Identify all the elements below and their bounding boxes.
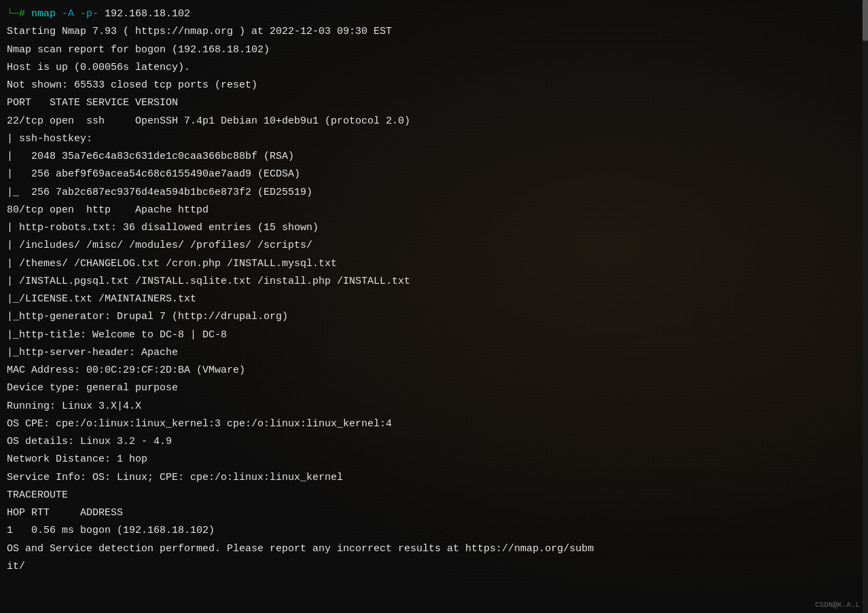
terminal-line: |_/LICENSE.txt /MAINTAINERS.txt (7, 291, 861, 308)
terminal-line: | /INSTALL.pgsql.txt /INSTALL.sqlite.txt… (7, 273, 861, 291)
terminal-line: 80/tcp open http Apache httpd (7, 202, 861, 219)
terminal-line: Running: Linux 3.X|4.X (7, 398, 861, 415)
terminal-line: Device type: general purpose (7, 379, 861, 397)
terminal-line: 22/tcp open ssh OpenSSH 7.4p1 Debian 10+… (7, 113, 861, 130)
terminal-line: OS details: Linux 3.2 - 4.9 (7, 433, 861, 451)
terminal-line: └─# nmap -A -p- 192.168.18.102 (7, 5, 861, 23)
terminal-line: | http-robots.txt: 36 disallowed entries… (7, 219, 861, 237)
terminal-line: PORT STATE SERVICE VERSION (7, 94, 861, 112)
terminal-line: Starting Nmap 7.93 ( https://nmap.org ) … (7, 23, 861, 41)
terminal-line: Not shown: 65533 closed tcp ports (reset… (7, 77, 861, 94)
terminal-line: Network Distance: 1 hop (7, 451, 861, 468)
terminal-line: OS and Service detection performed. Plea… (7, 540, 861, 558)
terminal-window: └─# nmap -A -p- 192.168.18.102Starting N… (0, 0, 868, 613)
terminal-line: Nmap scan report for bogon (192.168.18.1… (7, 41, 861, 59)
terminal-line: |_http-title: Welcome to DC-8 | DC-8 (7, 327, 861, 344)
terminal-line: | /themes/ /CHANGELOG.txt /cron.php /INS… (7, 255, 861, 273)
watermark: CSDN@K.A.L (815, 601, 860, 609)
terminal-line: 1 0.56 ms bogon (192.168.18.102) (7, 522, 861, 540)
terminal-line: HOP RTT ADDRESS (7, 504, 861, 522)
scrollbar-thumb[interactable] (863, 0, 868, 41)
terminal-line: |_ 256 7ab2c687ec9376d4ea594b1bc6e873f2 … (7, 184, 861, 202)
terminal-line: | 2048 35a7e6c4a83c631de1c0caa366bc88bf … (7, 148, 861, 166)
scrollbar[interactable] (863, 0, 868, 613)
terminal-line: it/ (7, 558, 861, 576)
terminal-line: OS CPE: cpe:/o:linux:linux_kernel:3 cpe:… (7, 415, 861, 433)
terminal-line: TRACEROUTE (7, 487, 861, 504)
terminal-line: | /includes/ /misc/ /modules/ /profiles/… (7, 237, 861, 255)
terminal-line: MAC Address: 00:0C:29:CF:2D:BA (VMware) (7, 362, 861, 379)
terminal-line: |_http-server-header: Apache (7, 344, 861, 362)
terminal-line: | 256 abef9f69acea54c68c6155490ae7aad9 (… (7, 166, 861, 183)
terminal-content: └─# nmap -A -p- 192.168.18.102Starting N… (7, 5, 861, 576)
terminal-line: | ssh-hostkey: (7, 130, 861, 148)
terminal-line: Host is up (0.00056s latency). (7, 59, 861, 77)
terminal-line: |_http-generator: Drupal 7 (http://drupa… (7, 308, 861, 326)
terminal-line: Service Info: OS: Linux; CPE: cpe:/o:lin… (7, 469, 861, 487)
